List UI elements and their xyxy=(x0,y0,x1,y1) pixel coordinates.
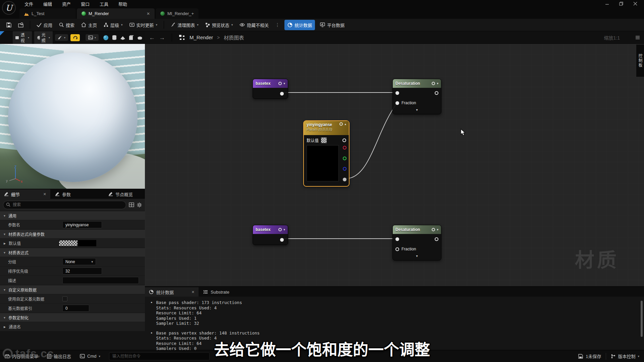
fraction-pin[interactable] xyxy=(395,101,399,105)
chevron-down-icon[interactable]: ▾ xyxy=(283,82,285,85)
expand-icon[interactable]: ▸ xyxy=(4,241,6,246)
save-button[interactable] xyxy=(3,20,14,29)
chevron-down-icon[interactable]: ▾ xyxy=(437,228,438,231)
section-material-expression[interactable]: ▾材质表达式 xyxy=(0,248,145,257)
menu-asset[interactable]: 资产 xyxy=(57,0,76,8)
group-select[interactable]: None▾ xyxy=(62,258,96,265)
gear-icon[interactable] xyxy=(137,202,142,207)
node-header[interactable]: basetex ▾ xyxy=(253,225,288,234)
preview-state-button[interactable]: 预览状态▾ xyxy=(202,20,236,30)
description-input[interactable] xyxy=(62,277,139,284)
menu-window[interactable]: 窗口 xyxy=(76,0,95,8)
tab-l-test[interactable]: L_Test xyxy=(19,8,76,19)
minimize-icon[interactable] xyxy=(605,2,609,6)
tab-details[interactable]: 细节 ✕ xyxy=(0,189,50,199)
node-desaturation-top[interactable]: Desaturation ▾ Fraction ▾ xyxy=(392,79,441,114)
more-options-icon[interactable]: ⋮ xyxy=(272,22,282,27)
output-pin[interactable] xyxy=(435,91,438,95)
primitive-index-input[interactable] xyxy=(62,305,89,312)
parameter-name-input[interactable] xyxy=(62,221,102,228)
close-icon[interactable]: ✕ xyxy=(192,290,195,294)
output-pin[interactable] xyxy=(280,92,284,96)
cmd-dropdown[interactable]: Cmd ▾ xyxy=(80,354,100,359)
color-swatch[interactable] xyxy=(321,137,327,143)
rgba-output-pin[interactable] xyxy=(342,138,346,142)
expand-node-icon[interactable]: ▾ xyxy=(393,108,441,113)
menu-file[interactable]: 文件 xyxy=(19,0,38,8)
panel-menu-icon[interactable] xyxy=(635,36,640,40)
graph-canvas[interactable]: basetex ▾ Desaturation ▾ Fraction ▾ yiny… xyxy=(145,44,644,286)
red-output-pin[interactable] xyxy=(343,146,346,149)
default-color-swatch[interactable] xyxy=(59,240,96,246)
live-update-button[interactable]: 实时更新▾ xyxy=(126,20,161,30)
lit-dropdown[interactable]: 光照 ▾ xyxy=(34,31,53,45)
node-basetex-top[interactable]: basetex ▾ xyxy=(253,79,288,99)
back-arrow-icon[interactable]: ← xyxy=(149,35,155,41)
node-header[interactable]: Desaturation ▾ xyxy=(393,79,441,88)
grid-view-icon[interactable] xyxy=(129,202,134,207)
section-parameter-customization[interactable]: ▾参数定制化 xyxy=(0,313,145,322)
blue-output-pin[interactable] xyxy=(343,167,346,171)
preview-viewport[interactable]: Z y x xyxy=(0,44,145,189)
node-basetex-bottom[interactable]: basetex ▾ xyxy=(253,225,288,245)
tab-node-overview[interactable]: 节点概览 xyxy=(104,189,137,199)
output-pin[interactable] xyxy=(435,237,438,241)
menu-edit[interactable]: 编辑 xyxy=(38,0,57,8)
search-button[interactable]: 搜索 xyxy=(56,20,77,30)
menu-tools[interactable]: 工具 xyxy=(95,0,113,8)
sort-priority-input[interactable] xyxy=(62,267,102,275)
tab-m-render[interactable]: M_Render ✕ xyxy=(77,8,155,19)
cylinder-shape-button[interactable] xyxy=(112,35,117,40)
node-header[interactable]: basetex ▾ xyxy=(253,79,288,88)
preview-toggle-icon[interactable] xyxy=(278,228,282,231)
fraction-pin[interactable] xyxy=(395,247,399,251)
chevron-down-icon[interactable]: ▾ xyxy=(283,228,285,231)
clean-graph-button[interactable]: 清理图表▾ xyxy=(167,20,202,30)
unsaved-button[interactable]: 1未保存 xyxy=(578,353,601,359)
close-icon[interactable]: ✕ xyxy=(147,11,150,16)
sphere-shape-button[interactable] xyxy=(103,35,109,41)
preview-toggle-icon[interactable] xyxy=(432,228,435,231)
tab-parameters[interactable]: 参数 xyxy=(51,189,75,199)
section-custom-primitive-data[interactable]: ▾自定义原始数据 xyxy=(0,285,145,294)
browse-button[interactable] xyxy=(15,20,26,29)
platform-data-button[interactable]: 平台数据 xyxy=(317,20,347,30)
restore-icon[interactable] xyxy=(619,2,623,6)
breadcrumb-current[interactable]: 材质图表 xyxy=(224,34,244,41)
cycle-preview-mesh-button[interactable] xyxy=(70,34,80,41)
close-icon[interactable] xyxy=(633,2,637,6)
chevron-up-icon[interactable]: ▴ xyxy=(344,122,346,126)
node-yinyingyanse[interactable]: yinyingyanse Param (0,0,0,0) ▴ 默认值 xyxy=(303,120,350,187)
green-output-pin[interactable] xyxy=(343,157,346,160)
scrollbar[interactable] xyxy=(641,301,643,337)
tab-substrate[interactable]: Substrate xyxy=(199,287,233,297)
tab-stats-data[interactable]: 统计数据 ✕ xyxy=(145,287,199,297)
expand-node-icon[interactable]: ▾ xyxy=(393,254,441,259)
cube-shape-button[interactable] xyxy=(128,35,134,40)
section-vector-parameter[interactable]: ▾材质表达式向量参数 xyxy=(0,229,145,238)
preview-toggle-icon[interactable] xyxy=(432,82,435,85)
palette-side-tab[interactable]: 控制板 xyxy=(636,45,644,77)
row-channel-name[interactable]: ▸ 通道名 xyxy=(0,322,145,331)
tab-mi-render[interactable]: MI_Render_+ xyxy=(156,8,199,19)
show-flags-dropdown[interactable]: ▾ xyxy=(55,34,68,41)
perspective-dropdown[interactable]: 透视 ▾ xyxy=(13,31,32,45)
plane-shape-button[interactable] xyxy=(120,35,125,40)
input-pin[interactable] xyxy=(395,91,399,95)
hierarchy-button[interactable]: 层级▾ xyxy=(101,20,126,30)
forward-arrow-icon[interactable]: → xyxy=(159,35,165,41)
close-icon[interactable]: ✕ xyxy=(43,192,46,196)
console-command-input[interactable] xyxy=(109,352,210,360)
alpha-output-pin[interactable] xyxy=(343,178,346,181)
details-search-input[interactable] xyxy=(3,201,126,209)
version-control-button[interactable]: 版本控制 ▾ xyxy=(611,353,639,359)
node-header[interactable]: yinyingyanse Param (0,0,0,0) ▴ xyxy=(304,121,349,135)
output-pin[interactable] xyxy=(280,238,284,242)
preview-toggle-icon[interactable] xyxy=(339,122,343,126)
home-button[interactable]: 主页 xyxy=(78,20,100,30)
menu-help[interactable]: 帮助 xyxy=(113,0,132,8)
use-custom-primitive-checkbox[interactable] xyxy=(62,296,67,301)
section-general[interactable]: ▾通用 xyxy=(0,211,145,220)
stats-data-button[interactable]: 统计数据 xyxy=(284,20,315,30)
preview-toggle-icon[interactable] xyxy=(278,82,282,85)
